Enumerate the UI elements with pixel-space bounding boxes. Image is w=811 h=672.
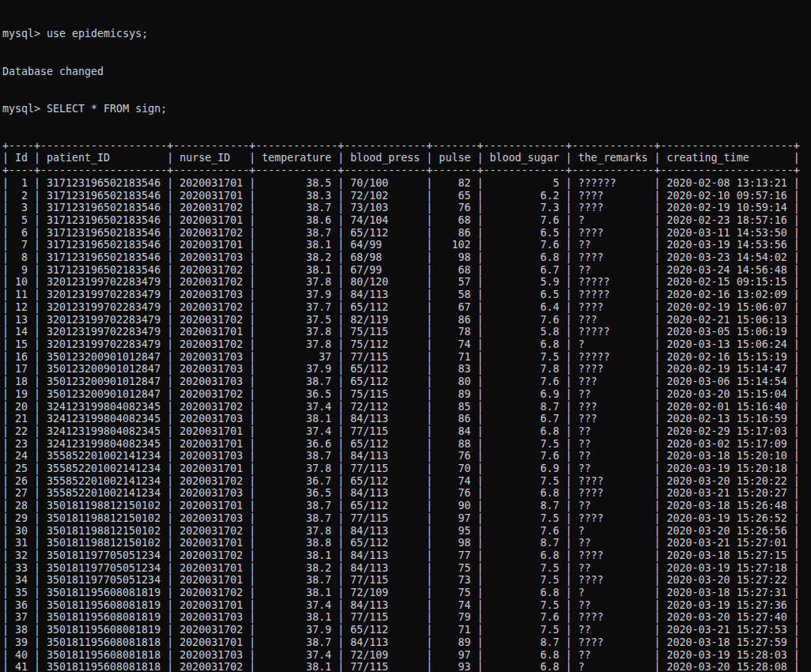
command-line-use: mysql> use epidemicsys; <box>2 28 811 40</box>
command-use-text: use epidemicsys; <box>47 28 148 40</box>
command-line-select: mysql> SELECT * FROM sign; <box>2 103 811 115</box>
mysql-prompt: mysql> <box>2 28 40 40</box>
response-database-changed: Database changed <box>2 66 811 78</box>
terminal-window: mysql> use epidemicsys; Database changed… <box>0 0 811 672</box>
result-table: +----+--------------------+------------+… <box>2 140 811 672</box>
mysql-prompt: mysql> <box>2 103 40 115</box>
command-select-text: SELECT * FROM sign; <box>47 103 167 115</box>
